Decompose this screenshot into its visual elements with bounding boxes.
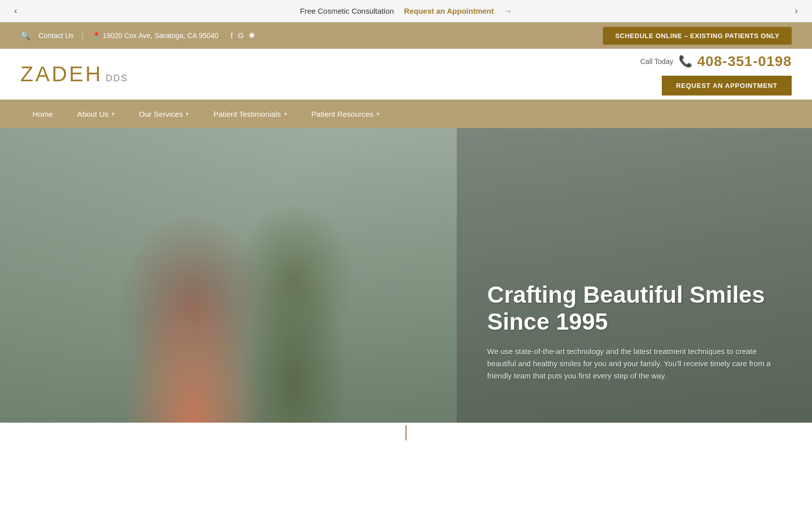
divider: | — [82, 31, 84, 40]
logo-dds: DDS — [106, 73, 128, 84]
nav-our-services-label: Our Services — [139, 110, 183, 118]
nav-home-label: Home — [32, 110, 53, 118]
info-bar: 🔍 Contact Us | 📍 19020 Cox Ave, Saratoga… — [0, 22, 812, 49]
facebook-icon[interactable]: f — [230, 31, 232, 40]
request-appointment-link[interactable]: Request an Appointment — [404, 7, 494, 15]
prev-announcement-button[interactable]: ‹ — [10, 4, 21, 18]
nav-patient-resources-label: Patient Resources — [312, 110, 374, 118]
hero-subtitle: We use state-of-the-art technology and t… — [487, 345, 771, 382]
social-icons: f G ✺ — [230, 31, 255, 40]
chevron-down-icon: ▾ — [186, 111, 189, 117]
logo-header: ZADEH DDS Call Today 📞 408-351-0198 REQU… — [0, 49, 812, 100]
schedule-online-button[interactable]: SCHEDULE ONLINE – EXISTING PATIENTS ONLY — [603, 27, 792, 45]
promo-text: Free Cosmetic Consultation — [300, 7, 394, 15]
nav-patient-testimonials-label: Patient Testimonials — [213, 110, 281, 118]
nav-patient-testimonials[interactable]: Patient Testimonials ▾ — [201, 100, 299, 128]
search-icon[interactable]: 🔍 — [20, 31, 30, 41]
location-pin-icon: 📍 — [92, 31, 100, 40]
request-appointment-button[interactable]: REQUEST AN APPOINTMENT — [662, 76, 792, 96]
nav-our-services[interactable]: Our Services ▾ — [127, 100, 201, 128]
info-bar-left: 🔍 Contact Us | 📍 19020 Cox Ave, Saratoga… — [20, 31, 255, 41]
google-icon[interactable]: G — [238, 31, 244, 40]
phone-icon: 📞 — [679, 55, 692, 68]
call-today-label: Call Today — [640, 57, 673, 66]
main-nav: Home About Us ▾ Our Services ▾ Patient T… — [0, 100, 812, 128]
phone-number[interactable]: 408-351-0198 — [697, 53, 792, 70]
info-bar-right: SCHEDULE ONLINE – EXISTING PATIENTS ONLY — [603, 27, 792, 45]
header-right: Call Today 📞 408-351-0198 REQUEST AN APP… — [640, 53, 792, 96]
call-today: Call Today 📞 408-351-0198 — [640, 53, 792, 70]
bottom-divider — [0, 423, 812, 443]
contact-us-link[interactable]: Contact Us — [39, 31, 74, 40]
address-info: 📍 19020 Cox Ave, Saratoga, CA 95040 — [92, 31, 219, 40]
hero-section: Crafting Beautiful Smiles Since 1995 We … — [0, 128, 812, 423]
chevron-down-icon: ▾ — [377, 111, 380, 117]
chevron-down-icon: ▾ — [284, 111, 287, 117]
yelp-icon[interactable]: ✺ — [249, 31, 255, 40]
arrow-icon: → — [504, 7, 512, 16]
nav-home[interactable]: Home — [20, 100, 65, 128]
announcement-bar: ‹ Free Cosmetic Consultation Request an … — [0, 0, 812, 22]
logo[interactable]: ZADEH DDS — [20, 62, 128, 86]
chevron-down-icon: ▾ — [112, 111, 115, 117]
logo-zadeh: ZADEH — [20, 62, 103, 86]
next-announcement-button[interactable]: › — [791, 4, 802, 18]
hero-content: Crafting Beautiful Smiles Since 1995 We … — [487, 281, 771, 382]
nav-patient-resources[interactable]: Patient Resources ▾ — [299, 100, 392, 128]
hero-title: Crafting Beautiful Smiles Since 1995 — [487, 281, 771, 335]
nav-about-us[interactable]: About Us ▾ — [65, 100, 127, 128]
nav-about-us-label: About Us — [77, 110, 109, 118]
divider-line — [405, 425, 407, 440]
address-text: 19020 Cox Ave, Saratoga, CA 95040 — [103, 31, 219, 40]
